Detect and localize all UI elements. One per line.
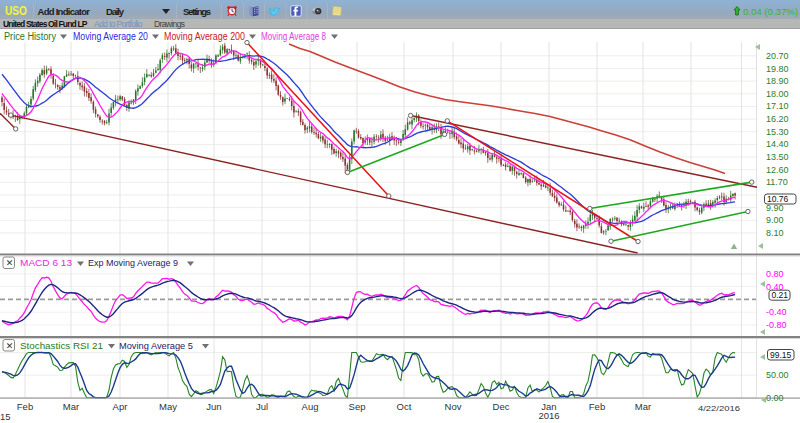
svg-text:Apr: Apr [113, 401, 128, 412]
svg-text:✕: ✕ [6, 258, 14, 268]
svg-text:Exp Moving Average 9: Exp Moving Average 9 [88, 257, 178, 268]
svg-text:Feb: Feb [17, 401, 33, 412]
svg-text:9.00: 9.00 [766, 215, 784, 225]
svg-text:United States Oil Fund LP: United States Oil Fund LP [3, 19, 88, 29]
svg-text:18.00: 18.00 [766, 89, 789, 99]
svg-text:Dec: Dec [493, 401, 510, 412]
svg-text:4/22/2016: 4/22/2016 [698, 404, 741, 413]
svg-text:Moving Average 200: Moving Average 200 [164, 31, 245, 42]
svg-text:May: May [159, 401, 177, 412]
svg-text:0.00: 0.00 [766, 393, 784, 403]
svg-text:Moving Average 8: Moving Average 8 [261, 31, 326, 42]
svg-text:13.50: 13.50 [766, 152, 789, 162]
svg-text:Nov: Nov [445, 401, 462, 412]
svg-text:50.00: 50.00 [766, 370, 789, 380]
svg-text:Jul: Jul [256, 401, 268, 412]
svg-text:0.80: 0.80 [766, 269, 784, 279]
svg-text:MACD 6 13: MACD 6 13 [20, 257, 72, 268]
svg-text:99.15: 99.15 [770, 350, 792, 360]
svg-text:0.21: 0.21 [772, 290, 789, 300]
svg-text:Oct: Oct [397, 401, 412, 412]
svg-text:15.30: 15.30 [766, 127, 789, 137]
svg-text:Add Indicator: Add Indicator [38, 6, 91, 17]
svg-text:-0.80: -0.80 [766, 320, 787, 330]
svg-text:11.70: 11.70 [766, 177, 788, 187]
svg-text:2016: 2016 [538, 410, 559, 421]
svg-text:Sep: Sep [349, 401, 366, 412]
svg-text:19.80: 19.80 [766, 64, 789, 74]
svg-text:Stochastics RSI 21: Stochastics RSI 21 [20, 340, 103, 351]
svg-text:USO: USO [5, 4, 27, 18]
svg-text:Moving Average 20: Moving Average 20 [73, 31, 148, 42]
svg-text:Daily: Daily [106, 6, 125, 17]
svg-text:Mar: Mar [63, 401, 79, 412]
svg-text:Moving Average 5: Moving Average 5 [119, 340, 193, 351]
svg-text:8.10: 8.10 [766, 228, 784, 238]
svg-text:14.40: 14.40 [766, 139, 789, 149]
svg-text:0.04 (0.37%): 0.04 (0.37%) [743, 6, 798, 17]
svg-text:Jun: Jun [206, 401, 221, 412]
svg-text:Price History: Price History [4, 31, 56, 42]
svg-text:Drawings: Drawings [154, 19, 185, 29]
svg-text:15: 15 [0, 411, 11, 422]
svg-text:10.76: 10.76 [767, 194, 789, 204]
svg-text:12.60: 12.60 [766, 165, 789, 175]
svg-text:16.20: 16.20 [766, 114, 789, 124]
svg-text:Settings: Settings [183, 6, 211, 17]
svg-text:Aug: Aug [302, 401, 319, 412]
svg-text:18.90: 18.90 [766, 76, 789, 86]
svg-text:Add to Portfolio: Add to Portfolio [94, 19, 143, 29]
svg-text:Feb: Feb [589, 401, 605, 412]
svg-text:20.70: 20.70 [766, 51, 789, 61]
svg-text:17.10: 17.10 [766, 101, 789, 111]
svg-text:Mar: Mar [635, 401, 651, 412]
svg-text:-0.40: -0.40 [766, 307, 787, 317]
svg-text:✕: ✕ [6, 341, 14, 351]
